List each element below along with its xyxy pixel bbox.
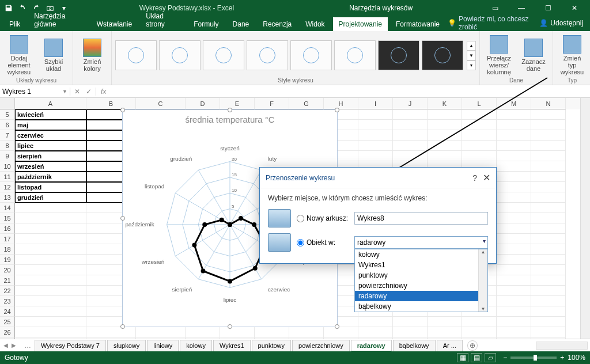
cell[interactable] (497, 306, 531, 317)
row-header[interactable]: 5 (0, 109, 15, 120)
cell[interactable] (393, 109, 428, 120)
sheet-tab[interactable]: Ar ... (437, 340, 463, 352)
name-box-input[interactable] (2, 88, 62, 96)
cell[interactable]: czerwiec (15, 130, 86, 141)
cell[interactable] (136, 327, 186, 338)
row-header[interactable]: 25 (0, 317, 15, 327)
close-icon[interactable]: ✕ (561, 0, 588, 16)
sheet-tabs-overflow[interactable]: … (22, 342, 33, 350)
cell[interactable] (15, 286, 86, 296)
cell[interactable] (531, 192, 566, 203)
cell[interactable] (220, 327, 255, 338)
cell[interactable] (462, 120, 497, 130)
cell[interactable] (531, 120, 566, 130)
zoom-in-icon[interactable]: + (560, 354, 564, 362)
cell[interactable] (428, 120, 462, 130)
change-colors-button[interactable]: Zmieńkolory (77, 37, 108, 73)
row-header[interactable]: 23 (0, 296, 15, 306)
cell[interactable] (393, 317, 428, 327)
column-header[interactable]: N (531, 98, 566, 109)
cell[interactable] (15, 234, 86, 244)
cell[interactable] (136, 338, 186, 339)
chart-style-item[interactable] (159, 40, 201, 70)
cell[interactable]: kwiecień (15, 109, 86, 120)
cell[interactable] (497, 244, 531, 255)
cell[interactable] (497, 317, 531, 327)
cell[interactable] (497, 286, 531, 296)
cell[interactable] (497, 296, 531, 306)
cell[interactable] (393, 151, 428, 161)
cell[interactable] (358, 130, 393, 141)
cell[interactable] (497, 130, 531, 141)
chart-style-item[interactable] (422, 40, 463, 70)
chart-style-item[interactable] (378, 40, 419, 70)
row-header[interactable]: 26 (0, 327, 15, 338)
row-header[interactable]: 6 (0, 120, 15, 130)
dropdown-item[interactable]: Wykres1 (355, 260, 487, 270)
cell[interactable] (15, 244, 86, 255)
cell[interactable] (186, 327, 220, 338)
cell[interactable] (15, 223, 86, 234)
cell[interactable] (15, 327, 86, 338)
save-icon[interactable] (2, 2, 15, 14)
cell[interactable] (428, 327, 462, 338)
cell[interactable] (462, 151, 497, 161)
column-header[interactable]: I (358, 98, 393, 109)
cell[interactable] (358, 120, 393, 130)
sheet-tab[interactable]: Wykres1 (213, 340, 251, 352)
cell[interactable] (497, 109, 531, 120)
tab-page-layout[interactable]: Układ strony (140, 9, 186, 31)
tab-formulas[interactable]: Formuły (188, 17, 224, 31)
chart-style-item[interactable] (203, 40, 244, 70)
name-box[interactable]: ▼ (0, 88, 70, 96)
cell[interactable]: grudzień (15, 192, 86, 203)
radio-new-sheet-input[interactable] (297, 215, 304, 222)
chart-style-item[interactable] (247, 40, 288, 70)
cell[interactable] (393, 130, 428, 141)
resize-handle[interactable] (120, 108, 125, 112)
cell[interactable] (497, 327, 531, 338)
cell[interactable] (497, 120, 531, 130)
zoom-out-icon[interactable]: − (503, 354, 507, 362)
row-header[interactable]: 27 (0, 338, 15, 339)
page-layout-icon[interactable]: ▤ (471, 353, 482, 362)
dialog-close-icon[interactable]: ✕ (483, 172, 490, 183)
chart-style-item[interactable] (115, 40, 157, 70)
tab-home[interactable]: Narzędzia główne (28, 9, 88, 31)
cell[interactable] (428, 317, 462, 327)
cell[interactable] (531, 244, 566, 255)
switch-row-column-button[interactable]: Przełącz wiersz/kolumnę (483, 34, 515, 77)
cell[interactable] (393, 327, 428, 338)
formula-input[interactable] (111, 88, 590, 96)
select-data-button[interactable]: Zaznaczdane (518, 37, 549, 73)
cell[interactable] (15, 255, 86, 265)
cell[interactable] (531, 286, 566, 296)
cell[interactable] (15, 213, 86, 223)
cell[interactable] (531, 327, 566, 338)
cell[interactable]: sierpień (15, 151, 86, 161)
cell[interactable] (289, 338, 324, 339)
cell[interactable] (324, 338, 358, 339)
cell[interactable] (15, 317, 86, 327)
cell[interactable]: listopad (15, 182, 86, 192)
row-header[interactable]: 13 (0, 192, 15, 203)
cell[interactable] (462, 317, 497, 327)
cell[interactable] (428, 338, 462, 339)
cell[interactable]: październik (15, 172, 86, 182)
row-header[interactable]: 22 (0, 286, 15, 296)
cell[interactable] (497, 192, 531, 203)
cell[interactable] (358, 338, 393, 339)
tab-review[interactable]: Recenzja (257, 17, 297, 31)
normal-view-icon[interactable]: ▦ (457, 353, 468, 362)
cell[interactable] (86, 338, 136, 339)
cell[interactable] (531, 130, 566, 141)
page-break-icon[interactable]: ▱ (485, 353, 496, 362)
cell[interactable]: wrzesień (15, 161, 86, 172)
row-header[interactable]: 10 (0, 161, 15, 172)
chart-style-item[interactable] (290, 40, 332, 70)
sheet-nav-next-icon[interactable]: ▶ (10, 342, 17, 348)
sheet-tab[interactable]: radarowy (351, 340, 392, 352)
row-header[interactable]: 11 (0, 172, 15, 182)
cell[interactable] (531, 151, 566, 161)
column-header[interactable]: M (497, 98, 531, 109)
